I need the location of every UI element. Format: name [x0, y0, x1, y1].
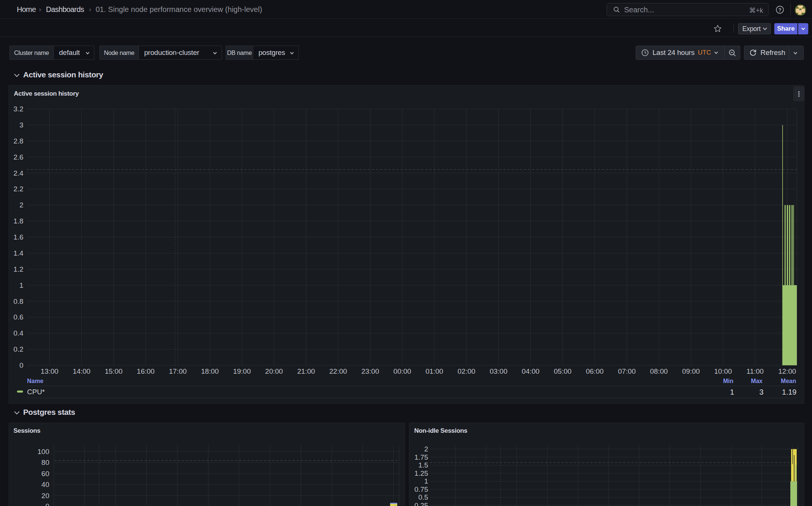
svg-text:01:00: 01:00	[425, 367, 443, 375]
svg-text:0: 0	[45, 502, 49, 506]
svg-text:19:00: 19:00	[233, 367, 251, 375]
svg-text:23:00: 23:00	[361, 367, 379, 375]
svg-text:?: ?	[778, 7, 781, 13]
svg-text:2.2: 2.2	[13, 185, 23, 193]
svg-text:07:00: 07:00	[618, 367, 636, 375]
svg-text:10:00: 10:00	[714, 367, 732, 375]
svg-text:1: 1	[19, 281, 24, 289]
svg-text:0: 0	[19, 361, 24, 369]
svg-text:2.6: 2.6	[13, 153, 23, 161]
svg-text:CPU*: CPU*	[27, 388, 45, 396]
svg-text:0.8: 0.8	[13, 297, 23, 305]
svg-text:15:00: 15:00	[105, 367, 123, 375]
svg-text:Max: Max	[751, 378, 762, 384]
svg-text:13:00: 13:00	[41, 367, 59, 375]
svg-text:0.4: 0.4	[13, 329, 24, 337]
svg-text:1.8: 1.8	[13, 217, 23, 225]
svg-text:18:00: 18:00	[201, 367, 219, 375]
svg-text:0.75: 0.75	[414, 485, 428, 493]
svg-text:09:00: 09:00	[682, 367, 700, 375]
svg-text:40: 40	[41, 481, 49, 488]
svg-text:02:00: 02:00	[458, 367, 475, 375]
svg-text:1.5: 1.5	[418, 461, 428, 469]
svg-text:3.2: 3.2	[13, 105, 23, 113]
svg-text:03:00: 03:00	[490, 367, 508, 375]
svg-text:1.25: 1.25	[414, 469, 428, 477]
svg-text:2.4: 2.4	[13, 169, 24, 177]
svg-text:04:00: 04:00	[522, 367, 540, 375]
svg-text:Min: Min	[723, 378, 734, 384]
svg-text:21:00: 21:00	[297, 367, 315, 375]
svg-text:60: 60	[41, 470, 49, 478]
svg-text:2: 2	[424, 445, 428, 453]
svg-text:1: 1	[730, 388, 734, 396]
svg-text:17:00: 17:00	[169, 367, 187, 375]
svg-text:1.2: 1.2	[13, 265, 23, 273]
svg-text:0.25: 0.25	[414, 502, 428, 506]
svg-text:1.19: 1.19	[782, 388, 797, 396]
svg-text:2: 2	[19, 201, 24, 209]
svg-text:1.6: 1.6	[13, 233, 23, 241]
svg-text:Mean: Mean	[781, 378, 796, 384]
svg-text:0.2: 0.2	[13, 345, 23, 353]
svg-text:0.5: 0.5	[418, 493, 428, 501]
svg-text:Name: Name	[27, 378, 44, 384]
svg-text:3: 3	[759, 388, 763, 396]
svg-text:22:00: 22:00	[329, 367, 347, 375]
svg-text:80: 80	[41, 459, 49, 466]
svg-text:1: 1	[424, 477, 428, 485]
svg-text:3: 3	[19, 121, 24, 129]
svg-text:2.8: 2.8	[13, 137, 23, 145]
svg-text:11:00: 11:00	[747, 367, 764, 375]
svg-text:12:00: 12:00	[778, 367, 796, 375]
svg-text:08:00: 08:00	[650, 367, 668, 375]
svg-text:20: 20	[41, 492, 49, 500]
svg-text:20:00: 20:00	[265, 367, 283, 375]
svg-text:100: 100	[37, 448, 49, 456]
svg-text:1.75: 1.75	[414, 453, 428, 461]
svg-text:06:00: 06:00	[586, 367, 604, 375]
svg-text:14:00: 14:00	[73, 367, 91, 375]
svg-text:1.4: 1.4	[13, 249, 24, 257]
svg-text:00:00: 00:00	[393, 367, 411, 375]
svg-text:16:00: 16:00	[137, 367, 155, 375]
svg-text:05:00: 05:00	[554, 367, 572, 375]
svg-text:0.6: 0.6	[13, 313, 23, 321]
